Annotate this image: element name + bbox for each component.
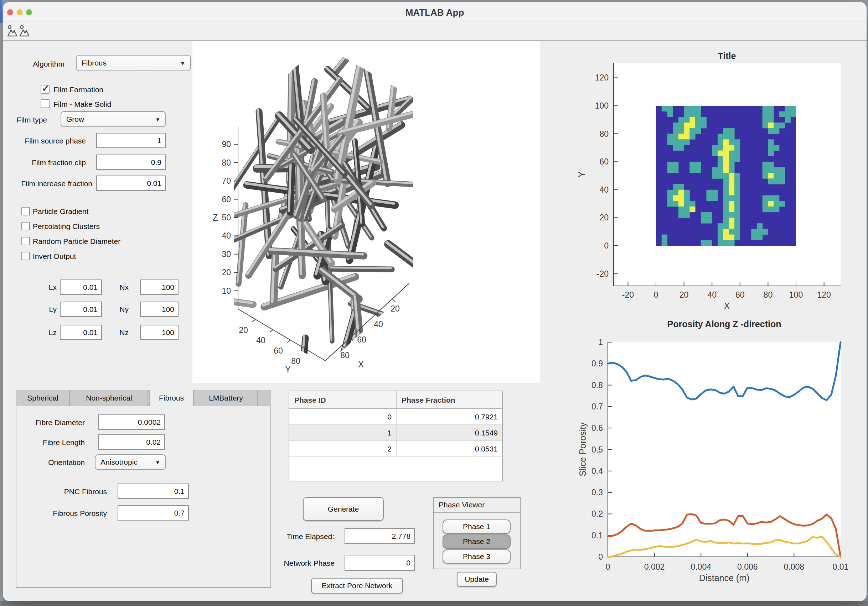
phase-fraction-table[interactable]: Phase ID Phase Fraction 0 0.7921 1 0.154… xyxy=(288,391,503,481)
fibre-diameter-field[interactable] xyxy=(98,414,165,430)
orientation-value: Anisotropic xyxy=(101,458,138,467)
film-make-solid-label: Film - Make Solid xyxy=(53,99,111,109)
chevron-down-icon: ▼ xyxy=(155,116,160,122)
film-source-phase-field[interactable] xyxy=(96,133,166,148)
lz-field[interactable] xyxy=(60,325,102,340)
percolating-clusters-label: Percolating Clusters xyxy=(33,221,100,232)
chevron-down-icon: ▼ xyxy=(155,459,160,465)
film-type-dropdown[interactable]: Grow ▼ xyxy=(60,111,166,127)
tab-fibrous[interactable]: Fibrous xyxy=(149,390,194,406)
film-increase-fraction-field[interactable] xyxy=(96,176,166,191)
nx-field[interactable] xyxy=(140,280,178,295)
svg-text:80: 80 xyxy=(764,290,773,300)
svg-text:0.5: 0.5 xyxy=(592,445,603,454)
film-formation-label: Film Formation xyxy=(53,85,103,95)
table-row[interactable]: 0 0.7921 xyxy=(289,409,502,425)
svg-text:80: 80 xyxy=(599,129,609,139)
particle-gradient-label: Particle Gradient xyxy=(33,207,88,216)
svg-text:-20: -20 xyxy=(597,269,609,278)
tab-non-spherical[interactable]: Non-spherical xyxy=(71,390,148,406)
random-particle-diameter-checkbox[interactable] xyxy=(22,237,30,245)
time-elapsed-field[interactable] xyxy=(344,528,415,544)
svg-text:X: X xyxy=(724,301,730,311)
generate-button[interactable]: Generate xyxy=(303,497,384,521)
cell-phase-fraction: 0.0531 xyxy=(396,441,502,457)
ly-field[interactable] xyxy=(60,301,102,317)
svg-text:0: 0 xyxy=(654,290,659,300)
svg-text:Distance (m): Distance (m) xyxy=(699,573,750,583)
film-fraction-clip-field[interactable] xyxy=(96,155,166,170)
percolating-clusters-checkbox[interactable] xyxy=(22,222,30,230)
nz-field[interactable] xyxy=(140,325,178,340)
film-increase-fraction-label: Film increase fraction xyxy=(5,179,92,189)
svg-text:-20: -20 xyxy=(622,290,634,300)
film-type-value: Grow xyxy=(66,115,84,124)
table-row[interactable]: 2 0.0531 xyxy=(289,441,502,457)
table-header-phase-fraction: Phase Fraction xyxy=(396,391,502,409)
svg-text:0.3: 0.3 xyxy=(592,488,603,497)
svg-text:100: 100 xyxy=(789,290,803,300)
cell-phase-id: 1 xyxy=(289,425,396,441)
phase-3-button[interactable]: Phase 3 xyxy=(443,549,511,564)
film-make-solid-checkbox[interactable] xyxy=(40,99,50,108)
cell-phase-id: 2 xyxy=(289,441,396,457)
svg-text:0.9: 0.9 xyxy=(592,359,603,368)
svg-text:Title: Title xyxy=(718,51,736,61)
svg-text:1: 1 xyxy=(598,337,603,347)
film-formation-checkbox[interactable] xyxy=(40,85,50,94)
table-header-phase-id: Phase ID xyxy=(289,391,396,409)
svg-text:100: 100 xyxy=(595,101,609,110)
title-bar[interactable]: MATLAB App xyxy=(3,2,866,22)
axes-image-icon-2[interactable] xyxy=(19,25,30,37)
cell-phase-id: 0 xyxy=(289,409,396,425)
lz-label: Lz xyxy=(39,328,57,337)
phase-heatmap-axes[interactable] xyxy=(614,63,840,286)
chevron-down-icon: ▼ xyxy=(180,60,185,66)
porosity-plot-axes[interactable] xyxy=(608,342,840,557)
phase-1-button[interactable]: Phase 1 xyxy=(443,519,511,534)
extract-pore-network-button[interactable]: Extract Pore Network xyxy=(311,578,403,594)
update-button[interactable]: Update xyxy=(457,572,497,587)
svg-text:Porosity Along Z -direction: Porosity Along Z -direction xyxy=(667,319,781,329)
algorithm-dropdown[interactable]: Fibrous ▼ xyxy=(76,55,191,71)
pnc-fibrous-field[interactable] xyxy=(118,484,189,499)
fibre-length-label: Fibre Length xyxy=(17,437,85,448)
lx-field[interactable] xyxy=(60,280,102,295)
particle-gradient-checkbox[interactable] xyxy=(22,207,30,215)
matlab-app-window: MATLAB App Algorithm Fibrous ▼ Film Form… xyxy=(3,2,866,601)
tab-spherical[interactable]: Spherical xyxy=(16,390,70,406)
lx-label: Lx xyxy=(39,282,57,292)
network-phase-label: Network Phase xyxy=(263,558,335,568)
table-row[interactable]: 1 0.1549 xyxy=(289,425,502,441)
phase-2-button[interactable]: Phase 2 xyxy=(443,535,511,549)
axes-image-icon[interactable] xyxy=(7,25,18,37)
orientation-dropdown[interactable]: Anisotropic ▼ xyxy=(95,454,166,470)
cell-phase-fraction: 0.7921 xyxy=(396,409,502,425)
ny-label: Ny xyxy=(110,305,129,314)
desktop-left-strip xyxy=(0,0,3,606)
svg-text:40: 40 xyxy=(599,185,609,195)
ly-label: Ly xyxy=(39,305,57,314)
ny-field[interactable] xyxy=(140,301,178,317)
fibrous-porosity-field[interactable] xyxy=(118,505,189,521)
svg-text:0: 0 xyxy=(606,562,611,572)
fibre-diameter-label: Fibre Diameter xyxy=(17,417,85,428)
fibre-length-field[interactable] xyxy=(98,434,165,450)
svg-text:0.6: 0.6 xyxy=(592,424,603,433)
svg-text:0: 0 xyxy=(598,552,603,561)
algorithm-value: Fibrous xyxy=(82,59,107,67)
network-phase-field[interactable] xyxy=(344,555,415,571)
svg-text:0.4: 0.4 xyxy=(592,467,603,476)
fibrous-3d-axes[interactable] xyxy=(192,41,540,383)
algorithm-label: Algorithm xyxy=(13,59,65,69)
tab-lmbattery[interactable]: LMBattery xyxy=(195,390,258,406)
svg-text:0.8: 0.8 xyxy=(592,380,603,390)
invert-output-checkbox[interactable] xyxy=(22,252,30,260)
svg-text:0.002: 0.002 xyxy=(644,562,665,572)
svg-text:20: 20 xyxy=(679,290,689,300)
invert-output-label: Invert Output xyxy=(33,251,76,261)
svg-text:0: 0 xyxy=(604,241,609,250)
svg-text:120: 120 xyxy=(817,290,831,300)
time-elapsed-label: Time Elapsed: xyxy=(263,532,334,541)
fibrous-porosity-label: Fibrous Porosity xyxy=(39,509,107,518)
